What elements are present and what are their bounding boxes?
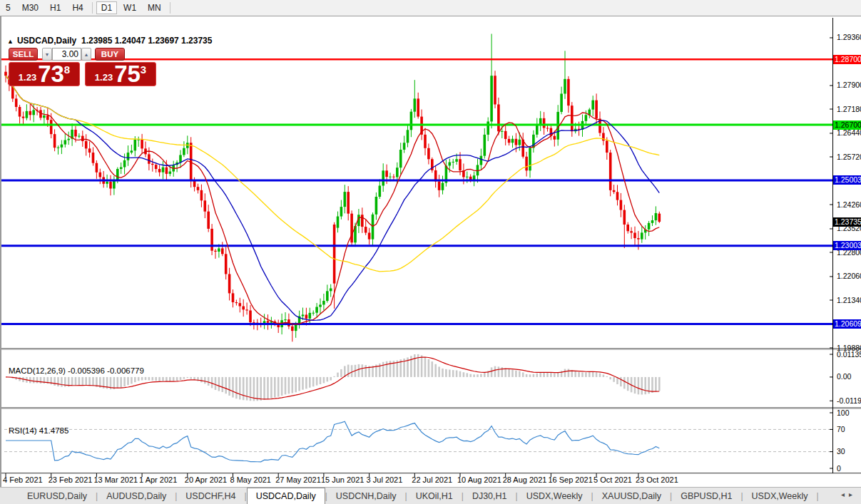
timeframe-toolbar: 5M30H1H4D1W1MN xyxy=(0,0,861,16)
macd-axis-label: 0.01135 xyxy=(837,350,861,359)
rsi-axis-label: 30 xyxy=(837,447,845,456)
sell-price-sup: 8 xyxy=(64,63,70,76)
rsi-indicator-label: RSI(14) 41.4785 xyxy=(9,426,68,435)
buy-price-big: 75 xyxy=(114,63,141,85)
volume-increase-button[interactable]: ▲ xyxy=(81,48,91,61)
macd-indicator-label: MACD(12,26,9) -0.005396 -0.006779 xyxy=(9,366,144,375)
chart-tab-usdx-weekly[interactable]: USDX,Weekly xyxy=(518,488,591,504)
timeframe-button-M30[interactable]: M30 xyxy=(17,1,44,14)
tab-scroll-right-icon[interactable]: ▸ xyxy=(849,490,857,498)
sell-price-big: 73 xyxy=(38,63,64,85)
timeframe-button-H4[interactable]: H4 xyxy=(67,1,88,14)
chart-tab-usdx-weekly[interactable]: USDX,Weekly xyxy=(743,488,817,504)
chart-tab-xauusd-daily[interactable]: XAUUSD,Daily xyxy=(593,488,670,504)
price-tick-label: 1.25720 xyxy=(837,153,861,161)
sell-button[interactable]: SELL xyxy=(9,48,38,61)
sell-price-button[interactable]: 1.23 73 8 xyxy=(9,62,80,86)
date-axis-label: 16 Sep 2021 xyxy=(548,475,592,484)
chart-window: ▲USDCAD,Daily 1.23985 1.24047 1.23697 1.… xyxy=(0,16,861,487)
price-level-chip: 1.26700 xyxy=(833,120,861,130)
macd-axis-label: -0.01190 xyxy=(837,396,861,405)
date-axis-label: 3 Jul 2021 xyxy=(367,475,403,484)
price-tick-label: 1.22060 xyxy=(837,272,861,280)
price-tick-label: 1.27900 xyxy=(837,81,861,89)
price-level-chip: 1.20609 xyxy=(833,319,861,329)
date-axis-label: 4 Feb 2021 xyxy=(3,475,43,484)
chart-tab-gbpusd-h1[interactable]: GBPUSD,H1 xyxy=(672,488,740,504)
chart-tab-bar: EURUSD,Daily|AUDUSD,Daily|USDCHF,H4|USDC… xyxy=(0,487,861,504)
candlestick-chart-canvas[interactable] xyxy=(1,16,861,503)
current-price-chip: 1.23735 xyxy=(833,217,861,227)
date-axis-label: 28 Aug 2021 xyxy=(503,475,547,484)
chart-title: ▲USDCAD,Daily 1.23985 1.24047 1.23697 1.… xyxy=(7,36,212,46)
date-axis-label: 23 Oct 2021 xyxy=(636,475,678,484)
chart-tab-eurusd-daily[interactable]: EURUSD,Daily xyxy=(19,488,96,504)
price-level-chip: 1.23003 xyxy=(833,241,861,250)
date-axis-label: 20 Apr 2021 xyxy=(185,475,227,484)
tab-scroll-left-icon[interactable]: ◂ xyxy=(841,490,849,498)
buy-button[interactable]: BUY xyxy=(95,48,125,61)
buy-price-button[interactable]: 1.23 75 3 xyxy=(85,62,156,86)
tab-separator: | xyxy=(817,488,819,504)
date-axis-label: 15 Jun 2021 xyxy=(321,475,365,484)
chart-tab-usdcnh-daily[interactable]: USDCNH,Daily xyxy=(327,488,405,504)
volume-input[interactable] xyxy=(52,48,81,61)
chart-tab-ukoil-h1[interactable]: UKOil,H1 xyxy=(407,488,462,504)
chart-title-symbol: USDCAD,Daily xyxy=(17,36,76,46)
timeframe-button-MN[interactable]: MN xyxy=(143,1,166,14)
chart-tab-dj30-h1[interactable]: DJ30,H1 xyxy=(464,488,516,504)
chart-tab-audusd-daily[interactable]: AUDUSD,Daily xyxy=(98,488,175,504)
spinner-down-icon: ▼ xyxy=(45,52,50,57)
chart-title-ohlc: 1.23985 1.24047 1.23697 1.23735 xyxy=(81,36,213,46)
price-tick-label: 1.26440 xyxy=(837,128,861,137)
toolbar-separator xyxy=(170,2,170,14)
rsi-axis-label: 0 xyxy=(837,464,841,473)
rsi-axis-label: 70 xyxy=(837,425,845,433)
date-axis-label: 22 Jul 2021 xyxy=(412,475,452,484)
chart-tab-usdcad-daily[interactable]: USDCAD,Daily xyxy=(247,488,325,504)
date-axis-label: 13 Mar 2021 xyxy=(93,475,138,484)
date-axis-label: 10 Aug 2021 xyxy=(457,475,501,484)
timeframe-button-5[interactable]: 5 xyxy=(1,1,16,14)
price-tick-label: 1.21340 xyxy=(837,296,861,304)
sell-price-prefix: 1.23 xyxy=(19,72,36,83)
date-axis-label: 1 Apr 2021 xyxy=(139,475,177,484)
price-level-chip: 1.25003 xyxy=(833,175,861,185)
price-tick-label: 1.29360 xyxy=(837,33,861,41)
date-axis-label: 8 May 2021 xyxy=(230,475,271,484)
timeframe-button-D1[interactable]: D1 xyxy=(96,1,117,14)
macd-axis-label: 0.00 xyxy=(837,372,851,381)
buy-price-sup: 3 xyxy=(141,63,146,76)
volume-decrease-button[interactable]: ▼ xyxy=(42,48,52,61)
date-axis-label: 27 May 2021 xyxy=(275,475,321,484)
collapse-triangle-icon[interactable]: ▲ xyxy=(7,38,14,45)
date-axis-label: 5 Oct 2021 xyxy=(593,475,632,484)
price-level-chip: 1.28700 xyxy=(833,55,861,64)
buy-price-prefix: 1.23 xyxy=(95,72,113,83)
date-axis-label: 23 Feb 2021 xyxy=(49,475,93,484)
spinner-up-icon: ▲ xyxy=(84,52,89,57)
rsi-axis-label: 100 xyxy=(837,408,850,417)
timeframe-button-H1[interactable]: H1 xyxy=(45,1,66,14)
tab-scroll-arrows[interactable]: ◂▸ xyxy=(841,490,857,498)
toolbar-separator xyxy=(92,2,93,14)
chart-tab-usdchf-h4[interactable]: USDCHF,H4 xyxy=(177,488,244,504)
price-tick-label: 1.24260 xyxy=(837,200,861,209)
price-tick-label: 1.27180 xyxy=(837,105,861,113)
timeframe-button-W1[interactable]: W1 xyxy=(118,1,141,14)
